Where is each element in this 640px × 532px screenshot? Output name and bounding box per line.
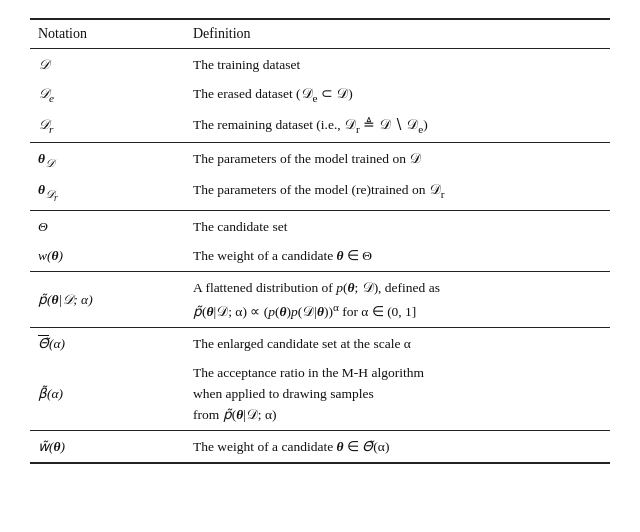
notation-cell: p̃(θ|𝒟; α) bbox=[30, 271, 185, 327]
notation-cell: Θ bbox=[30, 210, 185, 241]
notation-cell: Θ̃(α) bbox=[30, 327, 185, 358]
col-header-definition: Definition bbox=[185, 20, 610, 49]
definition-cell: The parameters of the model (re)trained … bbox=[185, 176, 610, 210]
definition-cell: The weight of a candidate θ ∈ Θ̃(α) bbox=[185, 430, 610, 461]
notation-cell: 𝒟r bbox=[30, 111, 185, 143]
notation-cell: β̃(α) bbox=[30, 359, 185, 430]
definition-cell: The weight of a candidate θ ∈ Θ bbox=[185, 242, 610, 271]
definition-cell: The parameters of the model trained on 𝒟 bbox=[185, 143, 610, 177]
definition-cell: The erased dataset (𝒟e ⊂ 𝒟) bbox=[185, 80, 610, 111]
notation-cell: w̃(θ) bbox=[30, 430, 185, 461]
notation-cell: 𝒟e bbox=[30, 80, 185, 111]
col-header-notation: Notation bbox=[30, 20, 185, 49]
definition-cell: A flattened distribution of p(θ; 𝒟), def… bbox=[185, 271, 610, 327]
definition-cell: The training dataset bbox=[185, 49, 610, 80]
notation-cell: w(θ) bbox=[30, 242, 185, 271]
definition-cell: The acceptance ratio in the M-H algorith… bbox=[185, 359, 610, 430]
notation-cell: θ𝒟r bbox=[30, 176, 185, 210]
notation-table: Notation Definition 𝒟The training datase… bbox=[30, 18, 610, 464]
notation-cell: θ𝒟 bbox=[30, 143, 185, 177]
definition-cell: The enlarged candidate set at the scale … bbox=[185, 327, 610, 358]
definition-cell: The remaining dataset (i.e., 𝒟r ≜ 𝒟 ∖ 𝒟e… bbox=[185, 111, 610, 143]
notation-cell: 𝒟 bbox=[30, 49, 185, 80]
definition-cell: The candidate set bbox=[185, 210, 610, 241]
